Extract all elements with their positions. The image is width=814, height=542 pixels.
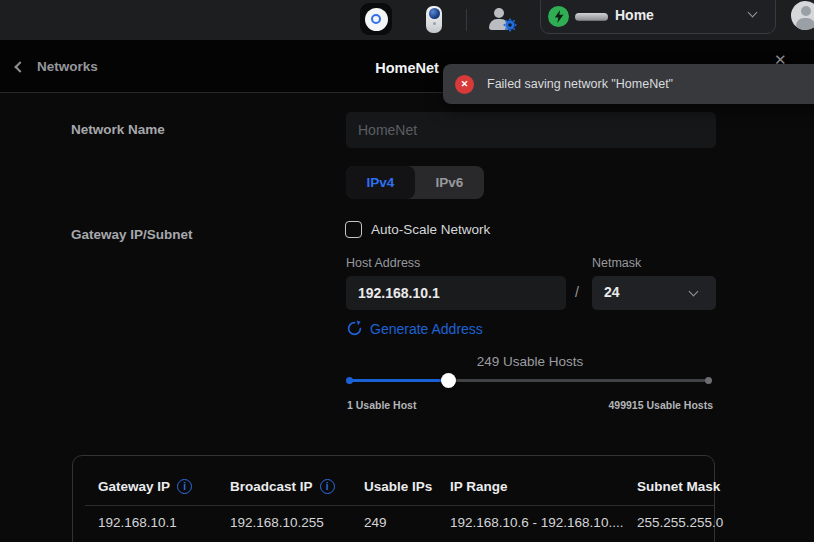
gateway-device-image <box>575 13 608 21</box>
slider-max-label: 499915 Usable Hosts <box>560 399 713 411</box>
table-cell-subnet-mask: 255.255.255.0 <box>637 515 723 530</box>
auto-scale-checkbox[interactable] <box>345 221 362 238</box>
table-cell-usable-ips: 249 <box>364 515 387 530</box>
info-icon[interactable] <box>177 479 192 494</box>
toast-message: Failed saving network "HomeNet" <box>487 77 673 91</box>
error-icon <box>455 75 474 94</box>
user-avatar[interactable] <box>791 1 814 30</box>
usable-hosts-slider[interactable] <box>348 379 710 382</box>
slider-fill <box>348 379 448 382</box>
column-header-broadcast-ip: Broadcast IP <box>230 479 335 494</box>
unifi-network-app-icon[interactable] <box>360 3 392 35</box>
console-name: Home <box>615 7 654 23</box>
slider-min-dot <box>346 377 353 384</box>
ip-version-toggle: IPv4 IPv6 <box>346 166 484 199</box>
netmask-select[interactable]: 24 <box>592 276 716 310</box>
usable-hosts-current-label: 249 Usable Hosts <box>346 354 714 369</box>
unifi-protect-app-icon[interactable] <box>426 6 442 33</box>
generate-address-button[interactable]: Generate Address <box>346 320 483 337</box>
unifi-network-settings-page: Home Networks HomeNet Failed saving netw… <box>0 0 814 542</box>
lightning-icon <box>554 10 564 23</box>
camera-lens-icon <box>429 8 440 19</box>
error-toast: Failed saving network "HomeNet" <box>443 64 814 104</box>
console-selector-dropdown[interactable]: Home <box>540 0 776 34</box>
tab-ipv6[interactable]: IPv6 <box>415 166 484 199</box>
auto-scale-label: Auto-Scale Network <box>371 222 490 237</box>
slider-max-dot <box>705 377 712 384</box>
chevron-down-icon <box>748 8 758 18</box>
host-address-input[interactable] <box>346 276 566 310</box>
chevron-down-icon <box>689 287 699 297</box>
tab-ipv4[interactable]: IPv4 <box>346 166 415 199</box>
cidr-separator: / <box>575 284 579 300</box>
table-header-divider <box>85 505 714 506</box>
topbar-divider <box>466 9 467 31</box>
column-header-subnet-mask: Subnet Mask <box>637 479 720 494</box>
column-header-usable-ips: Usable IPs <box>364 479 432 494</box>
refresh-icon <box>346 320 363 337</box>
netmask-label: Netmask <box>592 256 641 270</box>
table-cell-gateway-ip: 192.168.10.1 <box>98 515 177 530</box>
gear-icon <box>503 18 517 32</box>
gateway-ip-subnet-label: Gateway IP/Subnet <box>71 227 193 242</box>
network-name-label: Network Name <box>71 122 165 137</box>
console-status-icon <box>548 6 569 27</box>
info-icon[interactable] <box>320 479 335 494</box>
slider-min-label: 1 Usable Host <box>347 399 416 411</box>
netmask-value: 24 <box>604 284 620 300</box>
slider-thumb[interactable] <box>441 373 456 388</box>
column-header-gateway-ip: Gateway IP <box>98 479 192 494</box>
generate-address-label: Generate Address <box>370 321 483 337</box>
column-header-ip-range: IP Range <box>450 479 508 494</box>
unifi-logo-icon <box>365 8 388 31</box>
top-app-bar: Home <box>0 0 814 40</box>
table-cell-broadcast-ip: 192.168.10.255 <box>230 515 324 530</box>
network-name-input[interactable] <box>346 112 716 148</box>
host-address-label: Host Address <box>346 256 420 270</box>
table-cell-ip-range: 192.168.10.6 - 192.168.10.... <box>450 515 623 530</box>
